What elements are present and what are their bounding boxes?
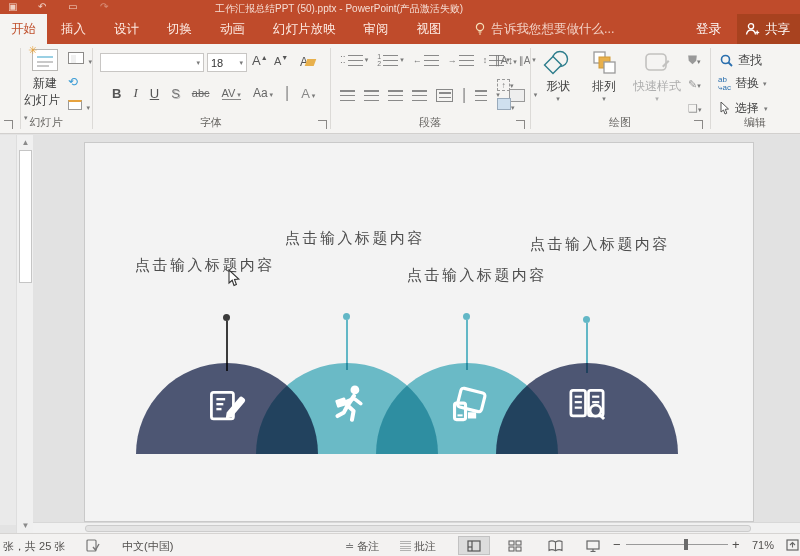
- thumbnail-scrollbar[interactable]: ▲ ▼: [16, 135, 33, 533]
- notes-icon: ≐: [345, 540, 354, 552]
- tab-transitions[interactable]: 切换: [153, 14, 206, 44]
- shape-fill-icon[interactable]: ⛊▾: [688, 50, 701, 68]
- horizontal-scrollbar[interactable]: [33, 522, 800, 533]
- memo-pencil-icon: [205, 384, 249, 428]
- scrollbar-thumb[interactable]: [19, 150, 32, 283]
- numbering-icon[interactable]: 12▾: [377, 53, 403, 67]
- find-button[interactable]: 查找: [720, 52, 762, 69]
- notes-button[interactable]: ≐ 备注: [345, 539, 379, 554]
- spell-check-icon[interactable]: [86, 539, 100, 552]
- status-bar: 张，共 25 张 中文(中国) ≐ 备注 ▤ 批注: [0, 533, 800, 556]
- align-right-icon[interactable]: [388, 90, 403, 101]
- section-button[interactable]: ▾: [68, 96, 90, 114]
- tab-slideshow[interactable]: 幻灯片放映: [259, 14, 350, 44]
- bullets-icon[interactable]: ⁚⁚▾: [340, 55, 368, 66]
- strikethrough-button[interactable]: abc: [192, 87, 210, 99]
- reading-view-icon: [548, 540, 563, 552]
- font-name-combobox[interactable]: ▾: [100, 53, 204, 72]
- font-color-button[interactable]: A ▾: [301, 86, 315, 101]
- share-button[interactable]: 共享: [737, 14, 800, 44]
- shape-effects-icon[interactable]: ❑▾: [688, 98, 701, 116]
- reset-slide-button[interactable]: ⟲: [68, 72, 78, 90]
- slide-canvas[interactable]: 点击输入标题内容 点击输入标题内容 点击输入标题内容 点击输入标题内容: [84, 142, 754, 522]
- redo-icon[interactable]: ↷: [100, 1, 108, 12]
- justify-icon[interactable]: [412, 90, 427, 101]
- zoom-slider-handle[interactable]: [684, 539, 688, 550]
- align-center-icon[interactable]: [364, 90, 379, 101]
- new-slide-button[interactable]: ✳ 新建 幻灯片 ▾: [24, 49, 66, 123]
- align-left-icon[interactable]: [340, 90, 355, 101]
- convert-smartart-icon[interactable]: ▾: [497, 96, 515, 114]
- reading-view-button[interactable]: [540, 536, 571, 555]
- slideshow-view-icon: [586, 540, 600, 552]
- slide-sorter-view-button[interactable]: [500, 536, 530, 555]
- drawing-group-label: 绘图: [530, 115, 710, 130]
- slides-group-label: 幻灯片: [0, 115, 92, 130]
- arrange-button[interactable]: 排列 ▾: [583, 50, 625, 103]
- clear-formatting-button[interactable]: A: [300, 52, 315, 70]
- decrease-indent-icon[interactable]: ←: [413, 55, 439, 66]
- font-toggle-row: B I U S abc AV ▾ Aa ▾ | A ▾: [112, 84, 315, 102]
- scroll-up-icon[interactable]: ▲: [19, 136, 32, 149]
- tab-insert[interactable]: 插入: [47, 14, 100, 44]
- italic-button[interactable]: I: [133, 85, 137, 101]
- zoom-in-button[interactable]: +: [732, 537, 740, 552]
- horizontal-scrollbar-thumb[interactable]: [85, 525, 751, 532]
- undo-icon[interactable]: ↶: [38, 1, 46, 12]
- comments-button[interactable]: ▤ 批注: [400, 539, 436, 554]
- zoom-out-button[interactable]: −: [613, 537, 621, 552]
- title-text-3[interactable]: 点击输入标题内容: [407, 266, 547, 285]
- align-options-icon[interactable]: ↑▾: [497, 74, 514, 92]
- normal-view-icon: [467, 540, 481, 552]
- change-case-button[interactable]: Aa ▾: [253, 86, 273, 100]
- slideshow-icon[interactable]: ▭: [68, 1, 77, 12]
- normal-view-button[interactable]: [458, 536, 490, 555]
- sign-in-button[interactable]: 登录: [696, 21, 721, 38]
- language-indicator[interactable]: 中文(中国): [122, 539, 173, 554]
- shapes-icon: [543, 50, 573, 76]
- tab-review[interactable]: 审阅: [350, 14, 403, 44]
- title-text-4[interactable]: 点击输入标题内容: [530, 235, 670, 254]
- shape-outline-icon[interactable]: ✎▾: [688, 74, 701, 92]
- save-icon[interactable]: ▣: [8, 1, 17, 12]
- underline-button[interactable]: U: [150, 86, 159, 101]
- drawing-dialog-launcher-icon[interactable]: [694, 120, 703, 129]
- paragraph-dialog-launcher-icon[interactable]: [516, 120, 525, 129]
- zoom-percentage[interactable]: 71%: [752, 539, 774, 551]
- columns-icon[interactable]: [436, 89, 453, 102]
- title-text-2[interactable]: 点击输入标题内容: [285, 229, 425, 248]
- increase-indent-icon[interactable]: →: [448, 55, 474, 66]
- tab-home[interactable]: 开始: [0, 14, 47, 44]
- layout-button[interactable]: ▾: [68, 50, 92, 68]
- vertical-align-icon[interactable]: ∥A↕▾: [495, 50, 517, 68]
- grow-font-button[interactable]: A▲: [252, 53, 268, 68]
- tell-me-label: 告诉我您想要做什么...: [492, 21, 615, 38]
- tell-me-box[interactable]: 告诉我您想要做什么...: [474, 14, 615, 44]
- replace-button[interactable]: ab⤷ac 替换 ▾: [718, 75, 766, 92]
- fit-to-window-icon[interactable]: [786, 539, 799, 551]
- character-spacing-button[interactable]: AV ▾: [222, 87, 241, 100]
- slideshow-view-button[interactable]: [578, 536, 608, 555]
- tab-design[interactable]: 设计: [100, 14, 153, 44]
- stem-dot-2: [343, 313, 350, 320]
- slide-thumbnail-pane[interactable]: [0, 135, 16, 525]
- zoom-slider-track[interactable]: [626, 544, 728, 545]
- shapes-button[interactable]: 形状 ▾: [537, 50, 579, 103]
- shrink-font-button[interactable]: A▼: [274, 54, 288, 67]
- open-book-search-icon: [565, 382, 609, 426]
- text-shadow-button[interactable]: S: [171, 86, 180, 101]
- tab-view[interactable]: 视图: [403, 14, 456, 44]
- tab-animations[interactable]: 动画: [206, 14, 259, 44]
- bold-button[interactable]: B: [112, 86, 121, 101]
- font-dialog-launcher-icon[interactable]: [318, 120, 327, 129]
- quick-styles-button[interactable]: 快速样式 ▾: [630, 50, 684, 103]
- new-slide-label-1: 新建: [33, 75, 57, 92]
- scroll-down-icon[interactable]: ▼: [19, 519, 32, 532]
- ribbon: ✳ 新建 幻灯片 ▾ ▾ ⟲ ▾ 幻灯片 ▾ 18▾ A▲ A▼ A B I U…: [0, 44, 800, 134]
- share-person-icon: [745, 22, 760, 36]
- align-text-icon[interactable]: [475, 90, 487, 101]
- slide-counter[interactable]: 张，共 25 张: [3, 539, 65, 554]
- font-size-combobox[interactable]: 18▾: [207, 53, 247, 72]
- title-text-1[interactable]: 点击输入标题内容: [135, 256, 275, 275]
- text-direction-icon[interactable]: ∥A▾: [519, 55, 536, 66]
